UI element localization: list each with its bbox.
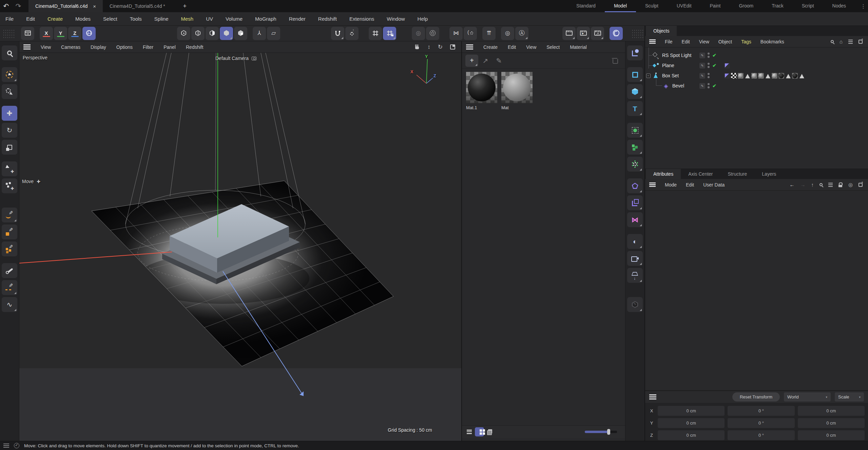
knife-tool-button[interactable] xyxy=(2,263,17,278)
enabled-check-icon[interactable]: ✔ xyxy=(712,63,717,68)
quantize-lock-button[interactable] xyxy=(383,27,396,40)
workplane-button[interactable]: ▱ xyxy=(267,27,280,40)
visibility-dots[interactable] xyxy=(707,62,710,69)
symmetry-settings-button[interactable] xyxy=(464,27,477,40)
array-object-button[interactable] xyxy=(627,140,643,155)
snap-button[interactable] xyxy=(331,27,344,40)
material-item[interactable]: Mat.1 xyxy=(466,72,497,110)
redo-icon[interactable]: ↷ xyxy=(12,0,24,12)
auto-center-button[interactable]: Ⓐ xyxy=(515,27,528,40)
objects-tab[interactable]: Objects xyxy=(646,26,677,36)
axis-center-button[interactable]: ◎ xyxy=(501,27,514,40)
material-item[interactable]: Mat xyxy=(501,72,533,110)
objects-menu-item[interactable]: Object xyxy=(718,39,732,44)
menu-item[interactable]: MoGraph xyxy=(255,16,276,22)
object-row-box-set[interactable]: − Box Set ✎ xyxy=(645,71,868,81)
record-icon[interactable]: ◎ xyxy=(848,182,853,188)
visibility-dots[interactable] xyxy=(707,72,710,79)
new-material-button[interactable]: + xyxy=(465,55,478,67)
edit-toggle-icon[interactable]: ✎ xyxy=(699,73,705,79)
viewport-menu-item[interactable]: Redshift xyxy=(186,44,203,50)
menu-item[interactable]: Select xyxy=(103,16,117,22)
filter-icon[interactable] xyxy=(828,183,833,187)
cube-primitive-button[interactable] xyxy=(627,84,643,99)
x-axis-lock-button[interactable]: X xyxy=(40,27,53,40)
undo-icon[interactable]: ↶ xyxy=(0,0,12,12)
spline-smooth-pen-button[interactable] xyxy=(2,208,17,222)
tag-mat-dark[interactable] xyxy=(792,73,798,79)
viewport-menu-item[interactable]: Display xyxy=(91,44,106,50)
axis-workplane-button[interactable] xyxy=(627,195,643,210)
position-field[interactable]: 0 cm xyxy=(658,430,725,440)
material-menu-item[interactable]: Create xyxy=(483,44,498,50)
menu-item[interactable]: Spline xyxy=(154,16,169,22)
menu-item[interactable]: File xyxy=(5,16,14,22)
menu-item[interactable]: Mesh xyxy=(181,16,194,22)
menu-item[interactable]: Modes xyxy=(75,16,91,22)
visibility-dots[interactable] xyxy=(707,82,710,89)
attributes-tab[interactable]: Axis Center xyxy=(681,169,720,179)
deformer-object-button[interactable] xyxy=(627,178,643,193)
position-field[interactable]: 0 cm xyxy=(658,418,725,428)
scale-field[interactable]: 0 cm xyxy=(798,406,865,416)
close-tab-icon[interactable]: × xyxy=(93,3,96,9)
search-icon[interactable] xyxy=(819,183,823,186)
menu-item[interactable]: Render xyxy=(289,16,306,22)
viewport-menu-item[interactable]: Options xyxy=(116,44,133,50)
layout-tab[interactable]: Script xyxy=(793,0,823,12)
grid-view-button[interactable] xyxy=(475,427,484,436)
camera-link-icon[interactable] xyxy=(252,57,256,60)
multi-object-move-tool-button[interactable] xyxy=(2,178,17,193)
lock-icon[interactable] xyxy=(838,182,843,187)
spline-primitive-button[interactable] xyxy=(627,67,643,82)
projection-label[interactable]: Perspective xyxy=(23,55,47,60)
attributes-tab[interactable]: Attributes xyxy=(646,169,681,179)
menu-item[interactable]: Volume xyxy=(226,16,243,22)
new-tab-button[interactable]: + xyxy=(177,0,192,12)
spline-freehand-button[interactable]: ∿ xyxy=(2,297,17,312)
scale-field[interactable]: 0 cm xyxy=(798,430,865,440)
model-mode-button[interactable] xyxy=(220,27,233,40)
attributes-tab[interactable]: Structure xyxy=(720,169,755,179)
up-icon[interactable]: ↑ xyxy=(811,182,814,188)
move-tool-button[interactable]: ✚ xyxy=(2,106,17,121)
popout-icon[interactable] xyxy=(859,40,863,44)
layout-tab[interactable]: Standard xyxy=(567,0,605,12)
menu-item[interactable]: Tools xyxy=(130,16,142,22)
rotation-field[interactable]: 0 ° xyxy=(728,418,794,428)
world-coordinate-system-button[interactable] xyxy=(82,27,96,40)
text-primitive-button[interactable]: T xyxy=(627,101,643,116)
preview-size-slider[interactable] xyxy=(585,431,617,433)
material-menu-item[interactable]: Edit xyxy=(508,44,516,50)
object-name[interactable]: Plane xyxy=(662,63,674,68)
object-row-plane[interactable]: Plane ✎ ✔ xyxy=(645,60,868,71)
spline-sketch-pen-button[interactable] xyxy=(2,280,17,295)
edit-toggle-icon[interactable]: ✎ xyxy=(699,53,705,58)
enabled-check-icon[interactable]: ✔ xyxy=(712,53,717,58)
snap-settings-button[interactable] xyxy=(345,27,359,40)
filter-icon[interactable] xyxy=(848,40,853,44)
back-icon[interactable]: ← xyxy=(789,182,794,188)
enable-axis-button[interactable]: ⅄ xyxy=(253,27,266,40)
viewport-menu-item[interactable]: Cameras xyxy=(61,44,80,50)
polygons-mode-button[interactable] xyxy=(206,27,219,40)
menu-item[interactable]: Create xyxy=(47,16,63,22)
redshift-renderview-button[interactable] xyxy=(610,27,623,40)
menu-item[interactable]: Window xyxy=(387,16,405,22)
scale-tool-button[interactable] xyxy=(2,140,17,155)
spline-rectangle-pen-button[interactable] xyxy=(2,224,17,239)
tag-mat[interactable] xyxy=(772,73,777,79)
viewport-scene[interactable]: Perspective Default Camera Move ✚ Grid S… xyxy=(19,53,461,441)
dolly-icon[interactable]: ↕ xyxy=(427,44,430,51)
delete-material-button[interactable] xyxy=(608,55,621,67)
tag-mat-dark[interactable] xyxy=(778,73,784,79)
home-icon[interactable]: ⌂ xyxy=(840,39,843,44)
annotate-tool-button[interactable] xyxy=(627,297,643,312)
points-mode-button[interactable] xyxy=(177,27,190,40)
scale-field[interactable]: 0 cm xyxy=(798,418,865,428)
status-menu-icon[interactable] xyxy=(3,444,9,448)
tweak-tool-button[interactable] xyxy=(2,84,17,99)
camera-object-button[interactable] xyxy=(627,251,643,266)
object-name[interactable]: Bevel xyxy=(672,83,684,89)
instance-object-button[interactable] xyxy=(627,123,643,138)
